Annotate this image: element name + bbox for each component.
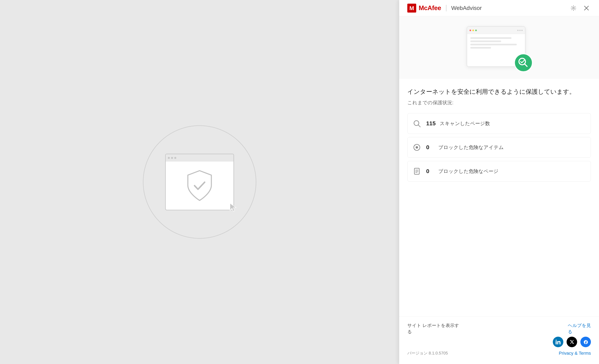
scanned-label: スキャンしたページ数 [440, 120, 490, 127]
browser-background [0, 0, 399, 364]
mini-browser-bar [467, 27, 525, 34]
linkedin-button[interactable] [553, 337, 563, 347]
x-twitter-button[interactable] [567, 337, 577, 347]
footer-top: サイト レポートを表示する ヘルプを見る [407, 322, 591, 347]
protection-title: インターネットを安全に利用できるように保護しています。 [407, 87, 591, 96]
svg-text:M: M [409, 5, 414, 11]
settings-icon [571, 5, 576, 11]
scanned-count: 115 [426, 120, 436, 127]
panel-header: M McAfee WebAdvisor [399, 0, 599, 16]
site-report-link[interactable]: サイト レポートを表示する [407, 322, 459, 335]
browser-dot-2 [171, 157, 173, 159]
block-stat-icon [412, 142, 422, 153]
version-text: バージョン 8.1.0.5705 [407, 350, 448, 356]
stat-row-blocked-items: 0 ブロックした危険なアイテム [407, 137, 591, 158]
footer-social [553, 337, 591, 347]
stat-row-scanned: 115 スキャンしたページ数 [407, 113, 591, 134]
footer-bottom: バージョン 8.1.0.5705 Privacy & Terms [407, 350, 591, 356]
mcafee-logo-icon: M [407, 4, 416, 13]
help-link[interactable]: ヘルプを見る [568, 322, 591, 335]
blocked-pages-count: 0 [426, 168, 434, 175]
check-overlay [513, 53, 534, 73]
document-stat-icon [412, 166, 422, 177]
mini-indicator-3 [521, 30, 523, 31]
svg-point-10 [416, 146, 418, 149]
mini-dot-yellow [472, 30, 474, 31]
mini-dot-red [469, 30, 471, 31]
search-stat-icon [412, 118, 422, 129]
mini-indicator-2 [519, 30, 520, 31]
privacy-terms-link[interactable]: Privacy & Terms [559, 351, 591, 356]
protection-subtitle: これまでの保護状況: [407, 99, 591, 106]
shield-illustration [143, 125, 256, 239]
header-icons [569, 4, 591, 13]
settings-button[interactable] [569, 4, 578, 13]
mini-browser-content [467, 34, 525, 52]
blocked-pages-label: ブロックした危険なページ [438, 168, 499, 175]
browser-dot-1 [168, 157, 170, 159]
hero-illustration [467, 26, 531, 71]
logo-divider [446, 5, 446, 11]
stat-row-blocked-pages: 0 ブロックした危険なページ [407, 161, 591, 182]
shield-browser-frame [165, 154, 234, 210]
shield-icon-large [185, 169, 214, 203]
mini-line-2 [470, 41, 501, 42]
facebook-button[interactable] [580, 337, 591, 347]
x-icon [570, 340, 574, 344]
close-button[interactable] [582, 4, 591, 13]
svg-marker-0 [230, 203, 236, 211]
webadvisor-text: WebAdvisor [451, 5, 482, 11]
panel-footer: サイト レポートを表示する ヘルプを見る [399, 316, 599, 364]
svg-point-4 [514, 54, 532, 72]
mini-line-1 [470, 37, 511, 39]
hero-area [399, 16, 599, 79]
browser-dot-3 [174, 157, 176, 159]
logo-area: M McAfee WebAdvisor [407, 4, 482, 13]
cursor-arrow [229, 202, 237, 212]
mini-line-4 [470, 47, 491, 49]
blocked-items-label: ブロックした危険なアイテム [438, 144, 504, 151]
blocked-items-count: 0 [426, 144, 434, 151]
footer-left: サイト レポートを表示する [407, 322, 459, 335]
shield-browser-bar [166, 154, 233, 161]
check-search-icon [513, 53, 534, 73]
panel-content: インターネットを安全に利用できるように保護しています。 これまでの保護状況: 1… [399, 79, 599, 316]
footer-right-section: ヘルプを見る [553, 322, 591, 347]
linkedin-icon [556, 339, 561, 344]
mini-line-3 [470, 44, 517, 45]
mcafee-brand-text: McAfee [419, 4, 441, 12]
webadvisor-panel: M McAfee WebAdvisor [399, 0, 599, 364]
close-icon [584, 6, 589, 11]
svg-point-3 [573, 7, 574, 9]
mini-dot-green [475, 30, 477, 31]
mini-indicator-1 [517, 30, 519, 31]
svg-line-8 [418, 125, 420, 127]
facebook-icon [583, 340, 588, 344]
